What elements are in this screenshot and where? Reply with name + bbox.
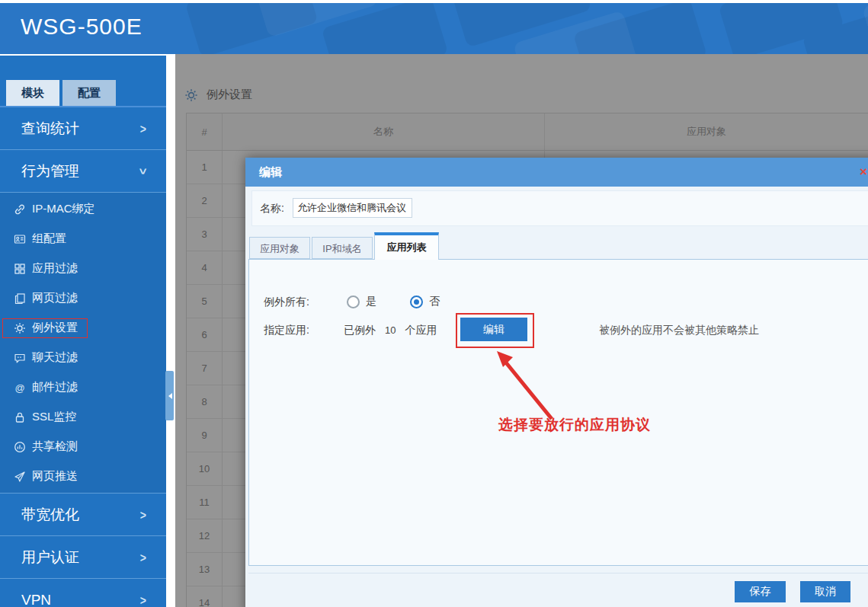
sidebar-submenu: IP-MAC绑定 组配置 应用过滤 网页过滤 — [0, 193, 166, 494]
sidebar-section[interactable]: 带宽优化 > — [0, 494, 166, 536]
app-title: WSG-500E — [21, 14, 143, 40]
submenu-item-label: 聊天过滤 — [32, 350, 78, 365]
submenu-item-label: 网页过滤 — [32, 291, 78, 305]
grid-icon — [14, 263, 26, 275]
submenu-item-label: 邮件过滤 — [32, 380, 78, 395]
sidebar-tabs: 模块 配置 — [6, 80, 116, 106]
tab-ip-domain[interactable]: IP和域名 — [312, 237, 373, 259]
name-input[interactable] — [293, 198, 412, 218]
lock-icon — [14, 411, 26, 423]
excepted-suffix: 个应用 — [405, 324, 437, 336]
edit-dialog: 编辑 × 名称: 应用对象 IP和域名 应用列表 例外所有: 是 否 指定应用:… — [245, 158, 868, 607]
chevron-right-icon: > — [140, 593, 146, 607]
submenu-item-label: 组配置 — [32, 232, 66, 246]
gear-icon — [14, 322, 26, 334]
chevron-right-icon: > — [136, 168, 150, 174]
sidebar-submenu-item[interactable]: 网页过滤 — [0, 283, 166, 313]
chevron-right-icon: > — [140, 121, 146, 136]
save-button[interactable]: 保存 — [735, 581, 786, 602]
except-all-radio-group: 是 否 — [347, 295, 473, 308]
submenu-item-label: SSL监控 — [32, 410, 76, 424]
sidebar-submenu-item[interactable]: 共享检测 — [0, 432, 166, 462]
submenu-item-label: 应用过滤 — [32, 261, 78, 276]
annotation-arrow-icon — [485, 340, 562, 427]
share-icon — [14, 441, 26, 453]
dialog-title: 编辑 — [259, 165, 282, 180]
radio-option[interactable]: 否 — [410, 295, 440, 308]
app-header: WSG-500E — [0, 0, 868, 54]
sidebar-nav: 查询统计 > 行为管理 > IP-MAC绑定 组 — [0, 107, 166, 607]
footer-divider — [248, 573, 868, 573]
sidebar-tab[interactable]: 模块 — [6, 80, 59, 106]
svg-text:@: @ — [14, 382, 24, 393]
excepted-count-line: 已例外10个应用 — [344, 324, 437, 337]
collapse-left-icon — [165, 393, 172, 399]
dialog-titlebar: 编辑 — [245, 158, 868, 187]
sidebar-section[interactable]: VPN > — [0, 579, 166, 607]
submenu-item-label: 共享检测 — [32, 439, 78, 454]
name-label: 名称: — [260, 202, 284, 216]
sidebar: 模块 配置 查询统计 > 行为管理 > IP — [0, 56, 166, 607]
link-icon — [14, 203, 26, 216]
except-all-label: 例外所有: — [264, 296, 309, 309]
edit-apps-button[interactable]: 编辑 — [460, 318, 527, 341]
radio-option[interactable]: 是 — [347, 295, 376, 308]
chat-icon — [14, 352, 26, 364]
sidebar-section[interactable]: 用户认证 > — [0, 536, 166, 579]
sidebar-submenu-item[interactable]: @ 邮件过滤 — [0, 372, 166, 402]
sidebar-submenu-item[interactable]: 组配置 — [0, 224, 166, 254]
sidebar-section[interactable]: 查询统计 > — [0, 107, 166, 150]
sidebar-section[interactable]: 行为管理 > — [0, 150, 166, 193]
annotation-text: 选择要放行的应用协议 — [498, 415, 651, 435]
tab-panel: 例外所有: 是 否 指定应用: 已例外10个应用 编辑 被例外的应用不会被其他策… — [248, 259, 868, 566]
sidebar-submenu-item[interactable]: 例外设置 — [0, 313, 166, 343]
at-icon: @ — [14, 382, 26, 394]
pages-icon — [14, 292, 26, 305]
sidebar-submenu-item[interactable]: 聊天过滤 — [0, 343, 166, 372]
name-field-row: 名称: — [251, 190, 868, 226]
submenu-item-label: 网页推送 — [32, 469, 78, 484]
id-card-icon — [14, 233, 26, 245]
cancel-button[interactable]: 取消 — [800, 581, 850, 602]
send-icon — [14, 471, 26, 483]
chevron-right-icon: > — [140, 550, 146, 564]
sidebar-submenu-item[interactable]: 网页推送 — [0, 462, 166, 491]
close-icon[interactable]: × — [860, 165, 867, 180]
sidebar-tab[interactable]: 配置 — [62, 80, 116, 106]
sidebar-submenu-item[interactable]: SSL监控 — [0, 402, 166, 432]
specify-app-label: 指定应用: — [264, 324, 309, 337]
radio-icon — [410, 296, 423, 308]
exception-note: 被例外的应用不会被其他策略禁止 — [599, 324, 759, 337]
sidebar-submenu-item[interactable]: IP-MAC绑定 — [0, 194, 166, 224]
chevron-right-icon: > — [140, 507, 146, 522]
radio-icon — [347, 296, 360, 308]
excepted-prefix: 已例外 — [344, 324, 376, 336]
excepted-count: 10 — [385, 324, 396, 336]
tab-app-target[interactable]: 应用对象 — [249, 237, 310, 259]
sidebar-collapse-handle[interactable] — [165, 371, 174, 420]
sidebar-submenu-item[interactable]: 应用过滤 — [0, 254, 166, 283]
submenu-item-label: 例外设置 — [32, 321, 78, 335]
submenu-item-label: IP-MAC绑定 — [32, 202, 95, 216]
tab-app-list[interactable]: 应用列表 — [374, 232, 439, 260]
